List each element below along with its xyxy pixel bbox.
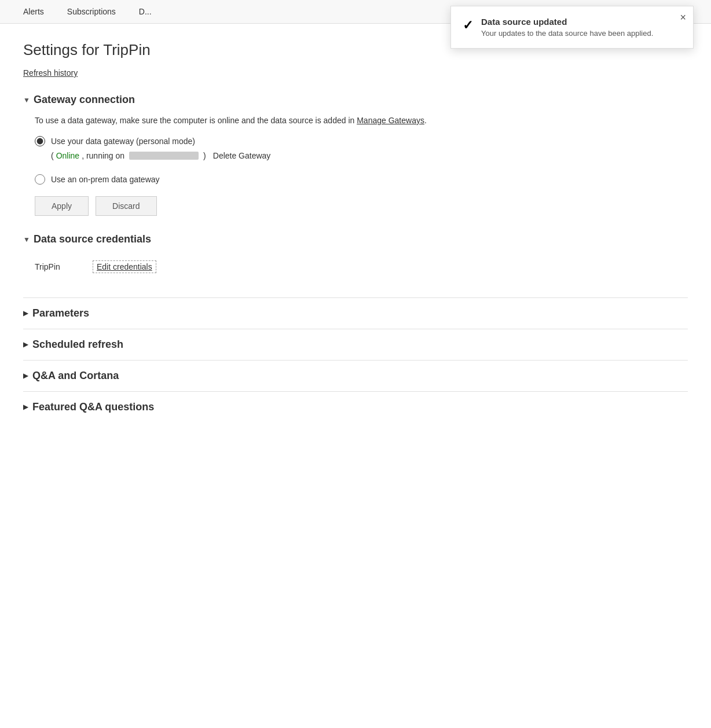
qa-section-title: Q&A and Cortana bbox=[32, 370, 119, 382]
qa-section-header[interactable]: ▶ Q&A and Cortana bbox=[23, 360, 688, 391]
credentials-section-body: TripPin Edit credentials bbox=[23, 253, 688, 280]
gateway-section: ▼ Gateway connection To use a data gatew… bbox=[23, 94, 688, 216]
redacted-hostname bbox=[129, 152, 199, 160]
credentials-section-title: Data source credentials bbox=[34, 233, 151, 245]
radio-personal-mode-input[interactable] bbox=[35, 136, 45, 146]
edit-credentials-link[interactable]: Edit credentials bbox=[93, 260, 156, 273]
tab-alerts[interactable]: Alerts bbox=[12, 0, 56, 23]
scheduled-refresh-section-title: Scheduled refresh bbox=[32, 339, 123, 351]
toast-title: Data source updated bbox=[481, 17, 653, 27]
toast-message: Your updates to the data source have bee… bbox=[481, 29, 653, 38]
manage-gateways-link[interactable]: Manage Gateways bbox=[357, 116, 424, 125]
refresh-history-link[interactable]: Refresh history bbox=[23, 68, 78, 78]
featured-qa-expand-arrow: ▶ bbox=[23, 403, 28, 411]
featured-qa-section-header[interactable]: ▶ Featured Q&A questions bbox=[23, 391, 688, 422]
radio-on-prem-input[interactable] bbox=[35, 174, 45, 185]
radio-on-prem-label: Use an on-prem data gateway bbox=[51, 175, 160, 184]
scheduled-refresh-section-header[interactable]: ▶ Scheduled refresh bbox=[23, 329, 688, 360]
online-status: Online bbox=[56, 151, 79, 160]
radio-on-prem[interactable]: Use an on-prem data gateway bbox=[35, 174, 688, 185]
toast-close-button[interactable]: × bbox=[680, 12, 686, 23]
apply-button[interactable]: Apply bbox=[35, 196, 89, 216]
toast-content: Data source updated Your updates to the … bbox=[481, 17, 653, 38]
featured-qa-section-title: Featured Q&A questions bbox=[32, 401, 154, 413]
checkmark-icon: ✓ bbox=[463, 18, 473, 33]
credentials-row: TripPin Edit credentials bbox=[35, 253, 688, 280]
credential-name: TripPin bbox=[35, 262, 81, 271]
main-content: Settings for TripPin Refresh history ▼ G… bbox=[0, 24, 711, 440]
gateway-button-group: Apply Discard bbox=[35, 196, 688, 216]
gateway-section-title: Gateway connection bbox=[34, 94, 135, 106]
gateway-collapse-arrow: ▼ bbox=[23, 96, 30, 104]
tab-more[interactable]: D... bbox=[127, 0, 163, 23]
gateway-section-header[interactable]: ▼ Gateway connection bbox=[23, 94, 688, 106]
credentials-section: ▼ Data source credentials TripPin Edit c… bbox=[23, 233, 688, 280]
qa-expand-arrow: ▶ bbox=[23, 372, 28, 380]
gateway-radio-group: Use your data gateway (personal mode) ( … bbox=[35, 136, 688, 185]
gateway-status-line: ( Online , running on ) Delete Gateway bbox=[35, 151, 688, 160]
parameters-section-title: Parameters bbox=[32, 307, 89, 319]
parameters-section-header[interactable]: ▶ Parameters bbox=[23, 297, 688, 329]
scheduled-refresh-expand-arrow: ▶ bbox=[23, 341, 28, 348]
credentials-collapse-arrow: ▼ bbox=[23, 236, 30, 244]
discard-button[interactable]: Discard bbox=[96, 196, 156, 216]
radio-personal-mode-label: Use your data gateway (personal mode) bbox=[51, 137, 195, 146]
parameters-expand-arrow: ▶ bbox=[23, 310, 28, 317]
credentials-section-header[interactable]: ▼ Data source credentials bbox=[23, 233, 688, 245]
tab-subscriptions[interactable]: Subscriptions bbox=[56, 0, 127, 23]
radio-personal-mode[interactable]: Use your data gateway (personal mode) bbox=[35, 136, 688, 146]
gateway-description: To use a data gateway, make sure the com… bbox=[35, 114, 556, 127]
delete-gateway-link[interactable]: Delete Gateway bbox=[213, 151, 271, 160]
gateway-section-body: To use a data gateway, make sure the com… bbox=[23, 114, 688, 216]
toast-notification: ✓ Data source updated Your updates to th… bbox=[450, 6, 694, 49]
